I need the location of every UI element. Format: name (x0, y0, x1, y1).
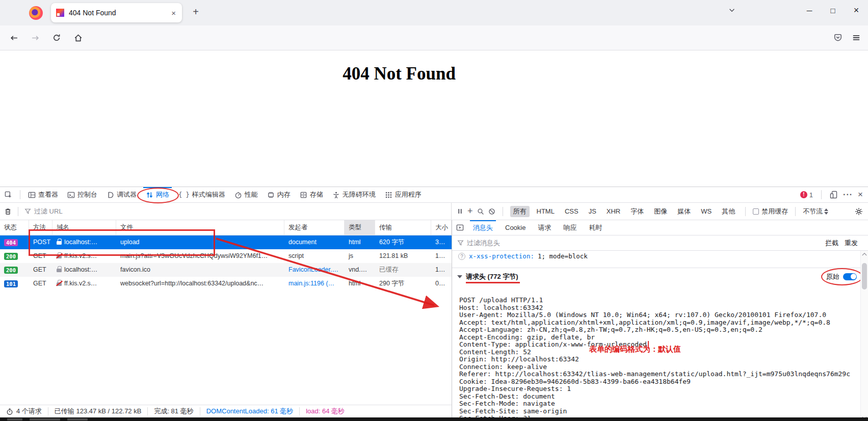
back-button[interactable] (6, 30, 21, 45)
filter-ws[interactable]: WS (698, 206, 715, 216)
search-icon[interactable] (477, 208, 484, 215)
tab-request[interactable]: 请求 (532, 220, 557, 235)
reload-button[interactable] (49, 30, 64, 45)
raw-header-line: POST /upload HTTP/1.1 (459, 297, 857, 304)
column-status[interactable]: 状态 (0, 220, 29, 235)
browser-tab[interactable]: 404 Not Found × (51, 3, 182, 22)
panel-scrollbar[interactable] (860, 251, 868, 421)
column-initiator[interactable]: 发起者 (284, 220, 345, 235)
tab-headers[interactable]: 消息头 (467, 220, 499, 235)
taskbar-edge (0, 417, 868, 421)
memory-icon (267, 191, 275, 199)
filter-other[interactable]: 其他 (719, 206, 738, 217)
error-count-badge[interactable]: ! 1 (800, 191, 813, 199)
column-method[interactable]: 方法 (29, 220, 52, 235)
cell-domain: ff.kis.v2.s… (52, 249, 116, 263)
filter-js[interactable]: JS (586, 206, 599, 216)
filter-media[interactable]: 媒体 (674, 206, 694, 217)
table-row-websocket[interactable]: 101 GET ff.kis.v2.s… websocket?url=http:… (0, 277, 452, 291)
devtools-tab-console[interactable]: 控制台 (63, 187, 102, 202)
devtools-tab-storage[interactable]: 存储 (295, 187, 328, 202)
filter-xhr[interactable]: XHR (603, 206, 623, 216)
filter-css[interactable]: CSS (562, 206, 582, 216)
tab-timings[interactable]: 耗时 (583, 220, 608, 235)
domcontentloaded-time[interactable]: DOMContentLoaded: 61 毫秒 (200, 407, 300, 415)
header-row-xss[interactable]: ? x-xss-protection: 1; mode=block (458, 252, 588, 260)
devtools-menu-button[interactable]: ··· (843, 190, 853, 199)
devtools-tab-accessibility[interactable]: 无障碍环境 (328, 187, 380, 202)
scrollbar-thumb[interactable] (862, 263, 867, 290)
disable-cache-checkbox[interactable]: 禁用缓存 (753, 207, 788, 216)
add-request-icon[interactable]: + (467, 206, 473, 217)
pause-icon[interactable] (457, 208, 463, 215)
devtools-tab-network[interactable]: 网络 (141, 187, 174, 202)
network-settings-gear-icon[interactable] (855, 207, 863, 216)
devtools-tab-memory[interactable]: 内存 (262, 187, 295, 202)
cell-method: GET (29, 249, 52, 263)
responsive-mode-icon[interactable] (830, 191, 838, 199)
performance-icon (234, 191, 242, 199)
raw-toggle-group: 原始 (826, 272, 857, 281)
block-icon[interactable] (488, 208, 495, 215)
devtools-tab-style-editor[interactable]: { } 样式编辑器 (174, 187, 230, 202)
minimize-button[interactable]: ─ (798, 6, 821, 15)
devtools-tab-performance[interactable]: 性能 (230, 187, 262, 202)
block-button[interactable]: 拦截 (825, 239, 838, 248)
column-size[interactable]: 大小 (431, 220, 452, 235)
home-button[interactable] (70, 30, 86, 45)
filter-images[interactable]: 图像 (651, 206, 670, 217)
filter-fonts[interactable]: 字体 (627, 206, 647, 217)
maximize-button[interactable]: □ (821, 6, 845, 15)
tab-list-dropdown[interactable] (728, 0, 735, 20)
transferred-total: 已传输 123.47 kB / 122.72 kB (48, 407, 148, 415)
question-circle-icon[interactable]: ? (458, 253, 465, 260)
pocket-icon[interactable] (833, 33, 843, 42)
filter-headers-input[interactable] (467, 239, 822, 247)
raw-header-line: Accept-Language: zh-CN,zh;q=0.8,zh-TW;q=… (459, 326, 857, 334)
filter-all[interactable]: 所有 (510, 206, 530, 217)
column-type[interactable]: 类型 (345, 220, 375, 235)
network-icon (146, 191, 153, 199)
load-time[interactable]: load: 64 毫秒 (300, 407, 351, 415)
table-row-mainjs[interactable]: 200 GET ff.kis.v2.s… main.js?attr=V3wGUc… (0, 249, 452, 263)
filter-html[interactable]: HTML (534, 206, 558, 216)
cell-initiator-link[interactable]: main.js:1196 (… (284, 277, 345, 291)
column-domain[interactable]: 域名 (52, 220, 116, 235)
raw-toggle[interactable] (843, 273, 857, 280)
clear-requests-trash-icon[interactable] (4, 207, 12, 216)
firefox-logo-icon[interactable] (29, 6, 43, 20)
tab-cookie[interactable]: Cookie (499, 220, 532, 235)
raw-header-line: Sec-Fetch-Dest: document (459, 393, 857, 401)
column-file[interactable]: 文件 (116, 220, 284, 235)
forward-button[interactable] (28, 30, 43, 45)
divider (821, 190, 822, 199)
cell-transferred: 121.81 kB (375, 249, 431, 263)
throttle-dropdown[interactable]: 不节流 (803, 207, 828, 216)
request-details-panel: 消息头 Cookie 请求 响应 耗时 拦截 重发 ? x-xss-protec… (452, 220, 868, 421)
network-toolbar: + 所有 HTML CSS JS XHR 字体 图像 媒体 WS 其他 禁用缓存 (0, 203, 868, 220)
scroll-up-icon[interactable] (862, 252, 867, 256)
new-tab-button[interactable]: + (189, 6, 203, 18)
finish-time: 完成: 81 毫秒 (148, 407, 200, 415)
filter-url-input[interactable] (34, 207, 451, 215)
resend-button[interactable]: 重发 (845, 239, 858, 248)
devtools-tab-application[interactable]: 应用程序 (380, 187, 426, 202)
tab-close-icon[interactable]: × (170, 8, 177, 18)
devtools-tab-inspector[interactable]: 查看器 (23, 187, 63, 202)
divider (503, 207, 503, 216)
devtools-close-button[interactable]: × (858, 190, 863, 200)
request-count[interactable]: 4 个请求 (0, 407, 48, 415)
request-headers-section[interactable]: 请求头 (772 字节) 原始 (452, 268, 868, 285)
menu-hamburger-icon[interactable] (852, 33, 861, 42)
raw-header-line: Sec-Fetch-Mode: navigate (459, 400, 857, 408)
column-transferred[interactable]: 传输 (375, 220, 431, 235)
tab-title: 404 Not Found (69, 9, 166, 17)
sidebar-toggle-icon[interactable] (456, 224, 464, 231)
devtools-tab-debugger[interactable]: 调试器 (102, 187, 141, 202)
cell-initiator-link[interactable]: FaviconLoader.… (284, 263, 345, 277)
pick-element-button[interactable] (0, 187, 17, 202)
close-window-button[interactable]: × (845, 5, 868, 16)
tab-response[interactable]: 响应 (557, 220, 583, 235)
table-row-favicon[interactable]: 200 GET localhost:… favicon.ico FaviconL… (0, 263, 452, 277)
table-row-upload[interactable]: 404 POST localhost:… upload document htm… (0, 235, 452, 249)
